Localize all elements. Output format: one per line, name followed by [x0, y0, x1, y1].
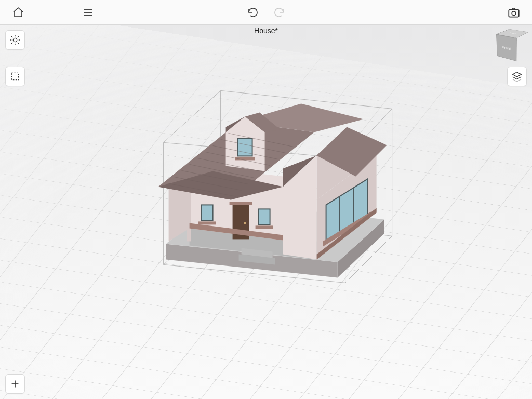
svg-line-11 [164, 90, 221, 142]
svg-rect-46 [202, 205, 213, 220]
view-cube[interactable]: Top Right Front [498, 29, 528, 59]
selection-button[interactable] [5, 66, 25, 86]
view-cube-front[interactable]: Front [496, 34, 517, 62]
model-house[interactable] [109, 54, 400, 293]
svg-point-60 [512, 11, 516, 16]
svg-line-68 [11, 43, 12, 43]
svg-line-69 [18, 36, 18, 37]
svg-rect-49 [256, 225, 273, 229]
svg-rect-70 [11, 73, 18, 79]
svg-rect-59 [509, 10, 519, 17]
layers-button[interactable] [507, 66, 527, 86]
camera-button[interactable] [505, 4, 523, 21]
menu-button[interactable] [79, 4, 97, 21]
top-toolbar [0, 0, 532, 25]
svg-rect-23 [187, 184, 191, 241]
svg-point-61 [13, 38, 17, 42]
redo-button[interactable] [270, 4, 288, 21]
svg-rect-47 [198, 221, 216, 224]
svg-line-67 [18, 43, 18, 43]
undo-button[interactable] [244, 4, 262, 21]
svg-point-44 [244, 222, 246, 224]
home-button[interactable] [9, 4, 27, 21]
viewport-3d[interactable] [0, 25, 532, 399]
lighting-button[interactable] [5, 30, 25, 50]
svg-rect-45 [230, 202, 252, 205]
add-button[interactable] [5, 374, 25, 394]
svg-line-66 [11, 36, 12, 37]
svg-marker-71 [513, 72, 522, 77]
svg-rect-48 [259, 209, 270, 224]
document-title: House* [0, 26, 532, 35]
